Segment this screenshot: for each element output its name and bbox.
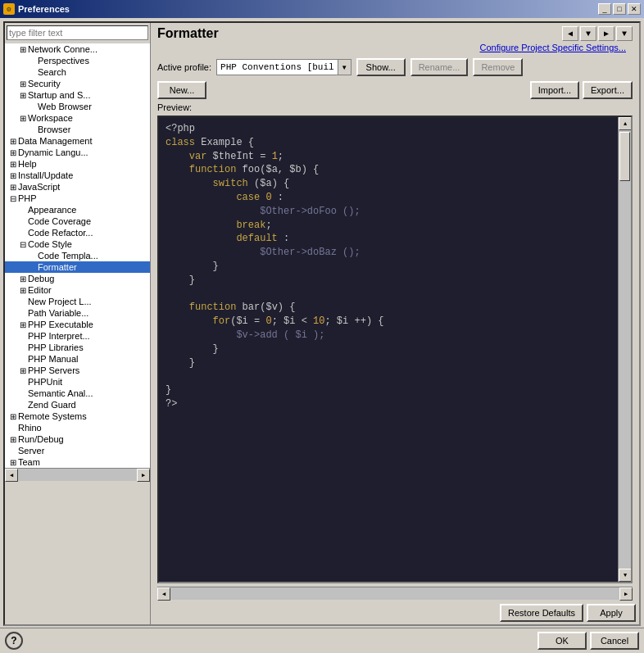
sidebar-item-rundebug[interactable]: ⊞Run/Debug [5, 433, 150, 445]
sidebar-item-zendguard[interactable]: Zend Guard [5, 399, 150, 410]
new-button[interactable]: New... [157, 81, 206, 99]
code-line: $Other->doFoo (); [166, 205, 611, 219]
sidebar-item-phpexecutable[interactable]: ⊞PHP Executable [5, 319, 150, 330]
sidebar-item-installupdate[interactable]: ⊞Install/Update [5, 170, 150, 181]
sidebar-item-pathvariable[interactable]: Path Variable... [5, 307, 150, 319]
tree-expander-phpexecutable[interactable]: ⊞ [18, 320, 28, 329]
sidebar-item-search[interactable]: Search [5, 66, 150, 78]
sidebar-item-rhino[interactable]: Rhino [5, 422, 150, 433]
sidebar-item-remotesystems[interactable]: ⊞Remote Systems [5, 410, 150, 422]
preview-container: <?phpclass Example { var $theInt = 1; fu… [157, 116, 633, 583]
nav-menu[interactable]: ▼ [616, 26, 633, 41]
tree-expander-installupdate[interactable]: ⊞ [8, 170, 18, 180]
profile-name: PHP Conventions [buil [217, 61, 338, 73]
tree-expander-workspace[interactable]: ⊞ [18, 113, 28, 123]
sidebar-item-perspectives[interactable]: Perspectives [5, 55, 150, 66]
tree-expander-network[interactable]: ⊞ [18, 44, 28, 54]
sidebar-item-codecoverage[interactable]: Code Coverage [5, 215, 150, 227]
sidebar-item-network[interactable]: ⊞Network Conne... [5, 43, 150, 55]
code-token: } [166, 357, 195, 369]
active-profile-row: Active profile: PHP Conventions [buil ▼ … [151, 55, 639, 79]
profile-select[interactable]: PHP Conventions [buil ▼ [216, 59, 351, 75]
code-token: var [166, 151, 206, 162]
tree-expander-codestyle[interactable]: ⊟ [18, 239, 28, 249]
tree-expander-phpunit [18, 377, 28, 387]
close-button[interactable]: ✕ [628, 3, 641, 15]
back-button[interactable]: ◀ [562, 26, 578, 41]
sidebar-item-webbrowser[interactable]: Web Browser [5, 101, 150, 112]
tree-expander-remotesystems[interactable]: ⊞ [8, 411, 18, 421]
sidebar-item-phpunit[interactable]: PHPUnit [5, 376, 150, 388]
scroll-left-btn[interactable]: ◀ [5, 469, 18, 482]
show-button[interactable]: Show... [356, 58, 406, 76]
sidebar-label-team: Team [18, 457, 40, 467]
scroll-right-btn[interactable]: ▶ [137, 469, 150, 482]
sidebar-item-coderefactor[interactable]: Code Refactor... [5, 227, 150, 238]
scroll-up-btn[interactable]: ▲ [619, 117, 632, 130]
sidebar-item-team[interactable]: ⊞Team [5, 456, 150, 468]
sidebar-item-appearance[interactable]: Appearance [5, 204, 150, 215]
help-button[interactable]: ? [5, 632, 23, 650]
rename-button[interactable]: Rename... [410, 58, 469, 76]
tree-expander-javascript[interactable]: ⊞ [8, 182, 18, 192]
configure-project-link[interactable]: Configure Project Specific Settings... [473, 41, 633, 54]
sidebar-item-editor[interactable]: ⊞Editor [5, 284, 150, 296]
sidebar-item-browser[interactable]: Browser [5, 124, 150, 135]
sidebar-item-debug[interactable]: ⊞Debug [5, 273, 150, 284]
tree-expander-editor[interactable]: ⊞ [18, 285, 28, 295]
sidebar-item-phpinterpr[interactable]: PHP Interpret... [5, 330, 150, 342]
sidebar-item-security[interactable]: ⊞Security [5, 78, 150, 89]
sidebar-item-datamanagement[interactable]: ⊞Data Management [5, 135, 150, 147]
sidebar-item-codetempl[interactable]: Code Templa... [5, 250, 150, 261]
tree-expander-php[interactable]: ⊟ [8, 193, 18, 203]
code-token: break [166, 220, 265, 231]
scrollbar-vertical: ▲ ▼ [618, 117, 631, 582]
apply-button[interactable]: Apply [587, 604, 636, 622]
scroll-thumb-v[interactable] [619, 132, 630, 181]
profile-dropdown-btn[interactable]: ▼ [338, 60, 351, 75]
sidebar-item-phpmanual[interactable]: PHP Manual [5, 353, 150, 365]
tree-expander-phpservers[interactable]: ⊞ [18, 365, 28, 375]
app-icon: ⚙ [3, 3, 15, 15]
sidebar-label-editor: Editor [28, 285, 52, 295]
tree-expander-team[interactable]: ⊞ [8, 457, 18, 467]
maximize-button[interactable]: □ [613, 3, 626, 15]
sidebar-item-workspace[interactable]: ⊞Workspace [5, 112, 150, 124]
tree-expander-dynamiclang[interactable]: ⊞ [8, 147, 18, 157]
nav-dropdown[interactable]: ▼ [580, 26, 596, 41]
sidebar-item-formatter[interactable]: Formatter [5, 261, 150, 273]
scroll-left-btn[interactable]: ◀ [157, 587, 170, 601]
import-button[interactable]: Import... [530, 81, 579, 99]
code-token: ($i = [230, 315, 265, 327]
sidebar-item-codestyle[interactable]: ⊟Code Style [5, 238, 150, 250]
tree-expander-security[interactable]: ⊞ [18, 79, 28, 88]
restore-defaults-button[interactable]: Restore Defaults [500, 604, 583, 622]
tree-expander-startup[interactable]: ⊞ [18, 90, 28, 100]
sidebar-item-phpservers[interactable]: ⊞PHP Servers [5, 365, 150, 376]
ok-button[interactable]: OK [537, 632, 587, 650]
export-button[interactable]: Export... [583, 81, 633, 99]
sidebar-item-javascript[interactable]: ⊞JavaScript [5, 181, 150, 193]
sidebar-label-rundebug: Run/Debug [18, 434, 64, 444]
scroll-down-btn[interactable]: ▼ [619, 569, 632, 582]
remove-button[interactable]: Remove [473, 58, 523, 76]
tree-expander-datamanagement[interactable]: ⊞ [8, 136, 18, 146]
scroll-right-btn[interactable]: ▶ [619, 587, 633, 601]
tree-expander-debug[interactable]: ⊞ [18, 274, 28, 283]
tree-expander-rundebug[interactable]: ⊞ [8, 434, 18, 444]
sidebar-item-php[interactable]: ⊟PHP [5, 193, 150, 204]
sidebar-item-newprojectl[interactable]: New Project L... [5, 296, 150, 307]
cancel-button[interactable]: Cancel [590, 632, 639, 650]
sidebar-item-help[interactable]: ⊞Help [5, 158, 150, 170]
sidebar-item-semanticana[interactable]: Semantic Anal... [5, 388, 150, 399]
forward-button[interactable]: ▶ [598, 26, 615, 41]
filter-input[interactable] [7, 25, 148, 40]
tree-expander-help[interactable]: ⊞ [8, 159, 18, 169]
code-token: } [166, 274, 195, 286]
sidebar-item-startup[interactable]: ⊞Startup and S... [5, 89, 150, 101]
code-token: $theInt = [206, 151, 271, 162]
sidebar-item-server[interactable]: Server [5, 445, 150, 456]
sidebar-item-phplibraries[interactable]: PHP Libraries [5, 342, 150, 353]
sidebar-item-dynamiclang[interactable]: ⊞Dynamic Langu... [5, 147, 150, 158]
minimize-button[interactable]: _ [598, 3, 611, 15]
